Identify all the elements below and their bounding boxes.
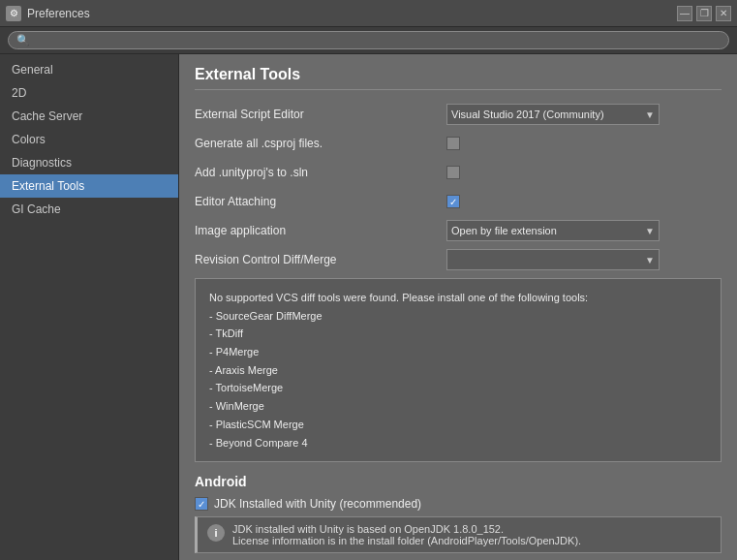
search-icon: 🔍 [16, 34, 30, 47]
window-title: Preferences [27, 7, 677, 20]
image-application-row: Image application Open by file extension… [195, 220, 722, 241]
search-wrap: 🔍 [8, 31, 729, 49]
window-icon: ⚙ [6, 6, 21, 21]
android-section-title: Android [195, 474, 722, 489]
vcs-message-line1: No supported VCS diff tools were found. … [209, 289, 707, 307]
vcs-tool-1: - SourceGear DiffMerge [209, 307, 707, 326]
jdk-checkbox[interactable]: ✓ [195, 497, 208, 511]
search-input[interactable] [34, 35, 721, 47]
vcs-tool-5: - TortoiseMerge [209, 379, 707, 397]
restore-button[interactable]: ❐ [696, 6, 712, 21]
editor-attaching-checkbox[interactable]: ✓ [446, 195, 460, 208]
image-application-label: Image application [195, 224, 446, 237]
image-dropdown-arrow-icon: ▼ [645, 226, 655, 236]
minimize-button[interactable]: — [677, 6, 692, 21]
vcs-tool-3: - P4Merge [209, 343, 707, 361]
main-panel: External Tools External Script Editor Vi… [179, 54, 737, 560]
close-button[interactable]: ✕ [716, 6, 731, 21]
external-script-editor-dropdown[interactable]: Visual Studio 2017 (Community) ▼ [446, 104, 660, 125]
add-unityproj-row: Add .unityproj's to .sln [195, 162, 722, 183]
sidebar-item-diagnostics[interactable]: Diagnostics [0, 151, 178, 174]
image-application-value: Open by file extension [451, 225, 557, 236]
jdk-row: ✓ JDK Installed with Unity (recommended) [195, 497, 722, 511]
vcs-message-box: No supported VCS diff tools were found. … [195, 278, 722, 462]
jdk-info-text: JDK installed with Unity is based on Ope… [232, 523, 581, 546]
jdk-label: JDK Installed with Unity (recommended) [214, 497, 421, 511]
generate-csproj-row: Generate all .csproj files. [195, 133, 722, 154]
window-controls: — ❐ ✕ [677, 6, 731, 21]
revision-control-label: Revision Control Diff/Merge [195, 253, 446, 266]
dropdown-arrow-icon: ▼ [645, 109, 655, 120]
external-script-editor-label: External Script Editor [195, 108, 446, 121]
sidebar-item-gi-cache[interactable]: GI Cache [0, 198, 178, 221]
revision-control-dropdown[interactable]: ▼ [446, 249, 660, 270]
image-application-dropdown[interactable]: Open by file extension ▼ [446, 220, 660, 241]
sidebar: General 2D Cache Server Colors Diagnosti… [0, 54, 179, 560]
jdk-info-box: i JDK installed with Unity is based on O… [195, 516, 722, 553]
editor-attaching-label: Editor Attaching [195, 195, 446, 208]
vcs-tool-2: - TkDiff [209, 325, 707, 343]
panel-title: External Tools [195, 66, 722, 90]
content-area: General 2D Cache Server Colors Diagnosti… [0, 54, 737, 560]
sidebar-item-colors[interactable]: Colors [0, 128, 178, 151]
generate-csproj-label: Generate all .csproj files. [195, 137, 446, 150]
sidebar-item-general[interactable]: General [0, 58, 178, 81]
vcs-tool-8: - Beyond Compare 4 [209, 434, 707, 452]
generate-csproj-checkbox[interactable] [446, 137, 460, 150]
revision-control-row: Revision Control Diff/Merge ▼ [195, 249, 722, 270]
add-unityproj-label: Add .unityproj's to .sln [195, 166, 446, 179]
preferences-window: ⚙ Preferences — ❐ ✕ 🔍 General 2D Cache S… [0, 0, 737, 560]
revision-dropdown-arrow-icon: ▼ [645, 255, 655, 265]
search-bar: 🔍 [0, 27, 737, 54]
external-script-editor-row: External Script Editor Visual Studio 201… [195, 104, 722, 125]
title-bar: ⚙ Preferences — ❐ ✕ [0, 0, 737, 27]
external-script-editor-value: Visual Studio 2017 (Community) [451, 109, 604, 120]
add-unityproj-checkbox[interactable] [446, 166, 460, 179]
vcs-tool-4: - Araxis Merge [209, 361, 707, 380]
sidebar-item-2d[interactable]: 2D [0, 81, 178, 105]
info-icon: i [207, 524, 225, 542]
editor-attaching-row: Editor Attaching ✓ [195, 191, 722, 212]
sidebar-item-cache-server[interactable]: Cache Server [0, 105, 178, 128]
vcs-tool-6: - WinMerge [209, 397, 707, 416]
sidebar-item-external-tools[interactable]: External Tools [0, 174, 178, 198]
vcs-tool-7: - PlasticSCM Merge [209, 416, 707, 434]
